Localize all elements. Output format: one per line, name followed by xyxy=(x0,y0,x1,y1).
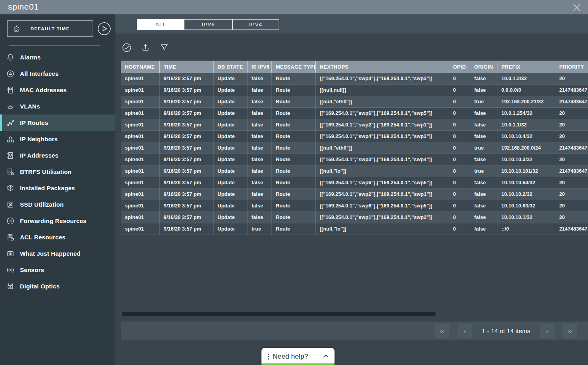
table-row[interactable]: spine019/16/20 3:57 pmUpdatefalseRoute[[… xyxy=(121,154,588,166)
cell-hostname: spine01 xyxy=(121,85,159,96)
table-row[interactable]: spine019/16/20 3:57 pmUpdatefalseRoute[[… xyxy=(121,108,588,119)
column-header-priority[interactable]: PRIORITY xyxy=(555,61,588,73)
column-header-nexthops[interactable]: NEXTHOPS xyxy=(315,61,449,73)
cell-hostname: spine01 xyxy=(121,73,159,85)
cell-prefix: 10.10.10.3/32 xyxy=(497,154,555,166)
sidebar-item-installed-packages[interactable]: Installed Packages xyxy=(0,180,115,196)
column-header-hostname[interactable]: HOSTNAME xyxy=(121,61,159,73)
routes-table: HOSTNAMETIMEDB STATEIS IPV6MESSAGE TYPEN… xyxy=(121,61,588,235)
tab-ipv6[interactable]: IPV6 xyxy=(184,19,233,30)
sidebar-item-vlans[interactable]: VLANs xyxy=(0,98,115,114)
time-range-selector[interactable]: DEFAULT TIME xyxy=(7,20,93,37)
scrollbar-thumb[interactable] xyxy=(121,311,436,316)
cell-is-ipv6: false xyxy=(247,212,271,223)
cell-hostname: spine01 xyxy=(121,108,159,119)
table-row[interactable]: spine019/16/20 3:57 pmUpdatefalseRoute[[… xyxy=(121,177,588,189)
table-row[interactable]: spine019/16/20 3:57 pmUpdatefalseRoute[[… xyxy=(121,166,588,177)
sidebar-item-alarms[interactable]: Alarms xyxy=(0,49,115,65)
filter-funnel-icon xyxy=(159,42,170,53)
first-page-button[interactable]: « xyxy=(435,324,449,338)
table-row[interactable]: spine019/16/20 3:57 pmUpdatefalseRoute[[… xyxy=(121,96,588,108)
horizontal-scrollbar[interactable] xyxy=(121,311,585,317)
column-header-origin[interactable]: ORIGIN xyxy=(470,61,497,73)
table-row[interactable]: spine019/16/20 3:57 pmUpdatefalseRoute[[… xyxy=(121,85,588,96)
sidebar-item-all-interfaces[interactable]: All Interfaces xyxy=(0,65,115,82)
cell-priority: 20 xyxy=(555,200,588,212)
cell-origin: false xyxy=(470,177,497,189)
interfaces-icon xyxy=(6,69,15,78)
cell-opid: 0 xyxy=(449,96,470,108)
cell-origin: true xyxy=(470,142,497,154)
last-page-button[interactable]: » xyxy=(562,324,577,338)
table-row[interactable]: spine019/16/20 3:57 pmUpdatefalseRoute[[… xyxy=(121,142,588,154)
sidebar-item-ip-routes[interactable]: IP Routes xyxy=(0,114,115,131)
tab-ipv4[interactable]: IPV4 xyxy=(232,19,279,30)
tab-all[interactable]: ALL xyxy=(137,19,184,30)
sidebar-item-ssd-utilization[interactable]: SSD Utilization xyxy=(0,196,115,213)
table-row[interactable]: spine019/16/20 3:57 pmUpdatefalseRoute[[… xyxy=(121,73,588,85)
ip-neighbors-icon xyxy=(6,135,15,144)
select-all-button[interactable] xyxy=(121,41,132,53)
signal-waves-icon xyxy=(6,266,15,274)
cell-opid: 0 xyxy=(449,166,470,177)
cell-prefix: 10.10.10.101/32 xyxy=(497,166,555,177)
sidebar-item-label: SSD Utilization xyxy=(20,201,64,208)
cell-message-type: Route xyxy=(271,73,315,85)
sidebar-item-digital-optics[interactable]: Digital Optics xyxy=(0,278,115,294)
cell-nexthops: [["169.254.0.1","swp2"],["169.254.0.1","… xyxy=(315,119,449,131)
play-button[interactable] xyxy=(97,22,111,36)
cell-origin: true xyxy=(470,96,497,108)
column-header-opid[interactable]: OPID xyxy=(449,61,470,73)
cell-db-state: Update xyxy=(213,166,247,177)
cell-is-ipv6: false xyxy=(247,200,271,212)
cell-message-type: Route xyxy=(271,177,315,189)
cell-db-state: Update xyxy=(213,73,247,85)
sidebar-item-mac-addresses[interactable]: MAC Addresses xyxy=(0,82,115,98)
cell-nexthops: [[null,null]] xyxy=(315,85,449,96)
cell-db-state: Update xyxy=(213,223,247,235)
export-button[interactable] xyxy=(140,41,151,53)
sidebar-item-btrfs-utilization[interactable]: BTRFS Utilization xyxy=(0,164,115,180)
cell-nexthops: [[null,"eth0"]] xyxy=(315,142,449,154)
prev-page-button[interactable]: ‹ xyxy=(457,324,472,338)
table-row[interactable]: spine019/16/20 3:57 pmUpdatefalseRoute[[… xyxy=(121,131,588,142)
cell-is-ipv6: false xyxy=(247,96,271,108)
sidebar-item-sensors[interactable]: Sensors xyxy=(0,262,115,278)
sidebar-item-ip-addresses[interactable]: IP Addresses xyxy=(0,147,115,164)
column-header-is-ipv6[interactable]: IS IPV6 xyxy=(247,61,271,73)
sidebar-item-acl-resources[interactable]: ACL Resources xyxy=(0,229,115,245)
column-header-message-type[interactable]: MESSAGE TYPE xyxy=(271,61,315,73)
sidebar-item-ip-neighbors[interactable]: IP Neighbors xyxy=(0,131,115,147)
need-help-button[interactable]: Need help? xyxy=(261,348,335,365)
table-row[interactable]: spine019/16/20 3:57 pmUpdatetrueRoute[[n… xyxy=(121,223,588,235)
table-row[interactable]: spine019/16/20 3:57 pmUpdatefalseRoute[[… xyxy=(121,119,588,131)
cell-time: 9/16/20 3:57 pm xyxy=(159,73,213,85)
cell-is-ipv6: false xyxy=(247,85,271,96)
cell-nexthops: [["169.254.0.1","swp4"],["169.254.0.1","… xyxy=(315,131,449,142)
table-row[interactable]: spine019/16/20 3:57 pmUpdatefalseRoute[[… xyxy=(121,200,588,212)
sidebar-item-forwarding-resources[interactable]: Forwarding Resources xyxy=(0,213,115,229)
vertical-dots-icon xyxy=(267,353,269,361)
next-page-button[interactable]: › xyxy=(540,324,554,338)
need-help-label: Need help? xyxy=(273,353,308,361)
sidebar-item-what-just-happened[interactable]: What Just Happened xyxy=(0,245,115,262)
column-header-time[interactable]: TIME xyxy=(159,61,213,73)
column-header-prefix[interactable]: PREFIX xyxy=(497,61,555,73)
table-row[interactable]: spine019/16/20 3:57 pmUpdatefalseRoute[[… xyxy=(121,212,588,223)
upload-icon xyxy=(140,42,151,53)
cell-opid: 0 xyxy=(449,73,470,85)
cell-prefix: 10.10.10.64/32 xyxy=(497,177,555,189)
cell-hostname: spine01 xyxy=(121,154,159,166)
filter-button[interactable] xyxy=(158,41,170,53)
close-button[interactable] xyxy=(571,2,582,13)
cell-opid: 0 xyxy=(449,131,470,142)
cell-nexthops: [["169.254.0.1","swp3"],["169.254.0.1","… xyxy=(315,154,449,166)
table-row[interactable]: spine019/16/20 3:57 pmUpdatefalseRoute[[… xyxy=(121,189,588,200)
cell-origin: false xyxy=(470,189,497,200)
cell-prefix: 192.168.200.21/32 xyxy=(497,96,555,108)
cell-prefix: 10.10.10.1/32 xyxy=(497,212,555,223)
column-header-db-state[interactable]: DB STATE xyxy=(213,61,247,73)
alarm-bell-icon xyxy=(6,53,15,62)
ip-addresses-icon xyxy=(6,151,15,160)
cell-priority: 2147483647 xyxy=(555,96,588,108)
